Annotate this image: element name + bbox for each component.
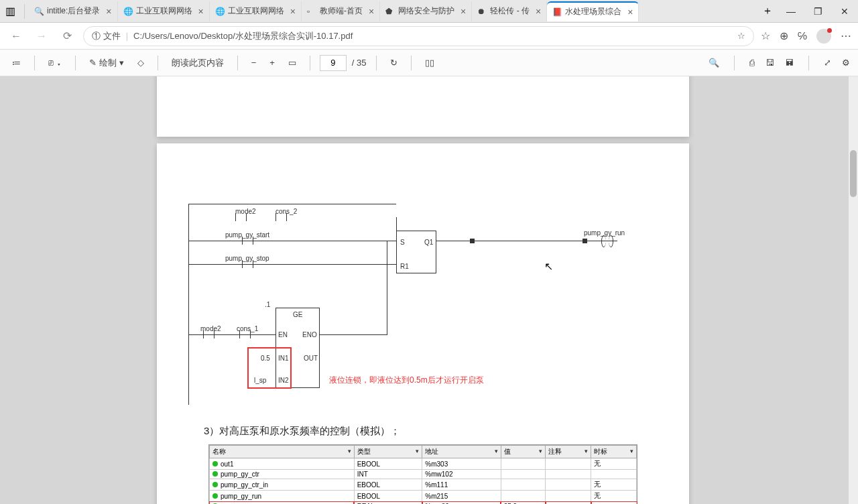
tab-favicon: ⏺ bbox=[477, 7, 487, 16]
tab-label: intitle:后台登录 bbox=[47, 5, 100, 17]
refresh-button[interactable]: ⟳ bbox=[58, 27, 76, 46]
pdf-page-prev bbox=[157, 76, 689, 137]
tab-favicon: ▫ bbox=[307, 7, 316, 16]
browser-tab[interactable]: ⬟网络安全与防护× bbox=[380, 1, 472, 21]
page-number-input[interactable] bbox=[320, 55, 347, 71]
favorites-icon[interactable]: ☆ bbox=[761, 29, 770, 42]
fullscreen-icon[interactable]: ⤢ bbox=[824, 58, 831, 68]
section-heading: 3）对高压泵和原水泵频率的控制（模拟）； bbox=[204, 425, 676, 438]
erase-icon[interactable]: ◇ bbox=[133, 55, 148, 70]
tab-favicon: 🌐 bbox=[123, 7, 133, 16]
table-row[interactable]: pump_gy_runEBOOL%m215无 bbox=[210, 491, 637, 502]
tab-close-icon[interactable]: × bbox=[198, 6, 204, 17]
tab-close-icon[interactable]: × bbox=[536, 6, 541, 17]
table-row[interactable]: pump_gy_ctrINT%mw102 bbox=[210, 470, 637, 479]
collections-icon[interactable]: ⊕ bbox=[780, 29, 788, 42]
tab-favicon: 📕 bbox=[552, 7, 562, 17]
variable-table: 名称▾类型▾地址▾值▾注释▾时标▾ out1EBOOL%m303无pump_gy… bbox=[208, 444, 637, 504]
table-row[interactable]: pump_gy_spREAL%mw8625.0 bbox=[210, 502, 637, 505]
tab-close-icon[interactable]: × bbox=[369, 6, 374, 17]
browser-tab[interactable]: 🌐工业互联网网络× bbox=[118, 1, 210, 21]
zoom-in-button[interactable]: + bbox=[265, 55, 279, 70]
fit-icon[interactable]: ▭ bbox=[284, 55, 300, 70]
browser-tab[interactable]: 🌐工业互联网网络× bbox=[210, 1, 302, 21]
forward-button: → bbox=[32, 27, 51, 46]
tab-label: 水处理场景综合 bbox=[565, 6, 621, 17]
table-row[interactable]: pump_gy_ctr_inEBOOL%m111无 bbox=[210, 479, 637, 491]
scrollbar-thumb[interactable] bbox=[850, 150, 857, 197]
tab-label: 工业互联网网络 bbox=[136, 5, 192, 17]
ladder-diagram: mode2 cons_2 pump_gy_start pump_gy_stop … bbox=[188, 204, 658, 412]
settings-icon[interactable]: ⚙ bbox=[842, 58, 850, 68]
tab-label: 教师端-首页 bbox=[320, 5, 363, 17]
tab-close-icon[interactable]: × bbox=[290, 6, 296, 17]
search-icon[interactable]: 🔍 bbox=[709, 58, 719, 68]
rotate-icon[interactable]: ↻ bbox=[386, 55, 402, 70]
tab-label: 轻松传 - 传 bbox=[490, 5, 530, 17]
maximize-button[interactable]: ❐ bbox=[804, 0, 831, 23]
pdf-page: mode2 cons_2 pump_gy_start pump_gy_stop … bbox=[157, 143, 689, 504]
menu-icon[interactable]: ⋯ bbox=[841, 29, 851, 42]
table-header[interactable]: 类型▾ bbox=[354, 446, 422, 458]
contents-icon[interactable]: ≔ bbox=[8, 55, 25, 70]
highlight-icon[interactable]: ⎚ ▾ bbox=[44, 55, 66, 70]
window-controls: — ❐ ✕ bbox=[778, 0, 858, 23]
browser-tab[interactable]: ▫教师端-首页× bbox=[302, 1, 380, 21]
highlight-box bbox=[247, 347, 292, 389]
table-row[interactable]: out1EBOOL%m303无 bbox=[210, 458, 637, 470]
tab-label: 网络安全与防护 bbox=[398, 5, 454, 17]
table-header[interactable]: 注释▾ bbox=[546, 446, 591, 458]
tab-actions-icon[interactable]: ▥ bbox=[3, 4, 17, 19]
pdf-toolbar: ≔ ⎚ ▾ ✎ 绘制 ▾ ◇ 朗读此页内容 − + ▭ / 35 ↻ ▯▯ 🔍 … bbox=[0, 50, 858, 76]
new-tab-button[interactable]: ＋ bbox=[760, 4, 775, 19]
table-header[interactable]: 值▾ bbox=[501, 446, 546, 458]
table-header[interactable]: 名称▾ bbox=[210, 446, 355, 458]
browser-tab[interactable]: 🔍intitle:后台登录× bbox=[29, 1, 118, 21]
minimize-button[interactable]: — bbox=[778, 0, 804, 23]
extensions-icon[interactable]: ℅ bbox=[798, 30, 807, 42]
print-icon[interactable]: ⎙ bbox=[749, 58, 755, 68]
tab-close-icon[interactable]: × bbox=[461, 6, 466, 17]
diagram-note: 液位连锁，即液位达到0.5m后才运行开启泵 bbox=[329, 375, 484, 386]
back-button[interactable]: ← bbox=[7, 27, 25, 46]
tab-label: 工业互联网网络 bbox=[228, 5, 284, 17]
profile-avatar[interactable] bbox=[816, 29, 831, 44]
close-window-button[interactable]: ✕ bbox=[831, 0, 858, 23]
read-aloud-button[interactable]: 朗读此页内容 bbox=[168, 54, 228, 72]
browser-tab[interactable]: ⏺轻松传 - 传× bbox=[472, 1, 547, 21]
zoom-out-button[interactable]: − bbox=[247, 55, 261, 70]
draw-button[interactable]: ✎ 绘制 ▾ bbox=[85, 54, 128, 72]
save-as-icon[interactable]: 🖬 bbox=[785, 58, 794, 68]
tab-close-icon[interactable]: × bbox=[627, 7, 633, 17]
titlebar: ▥ 🔍intitle:后台登录×🌐工业互联网网络×🌐工业互联网网络×▫教师端-首… bbox=[0, 0, 858, 23]
url-path: C:/Users/Lenovo/Desktop/水处理场景综合实训-10.17.… bbox=[133, 30, 353, 42]
save-icon[interactable]: 🖫 bbox=[765, 58, 774, 68]
page-view-icon[interactable]: ▯▯ bbox=[421, 55, 438, 70]
tab-favicon: 🔍 bbox=[34, 7, 44, 16]
tab-close-icon[interactable]: × bbox=[106, 6, 111, 17]
pdf-viewer[interactable]: mode2 cons_2 pump_gy_start pump_gy_stop … bbox=[0, 76, 858, 504]
url-box[interactable]: ① 文件 | C:/Users/Lenovo/Desktop/水处理场景综合实训… bbox=[83, 26, 754, 46]
url-prefix: ① 文件 bbox=[92, 30, 121, 42]
tab-strip: 🔍intitle:后台登录×🌐工业互联网网络×🌐工业互联网网络×▫教师端-首页×… bbox=[29, 0, 757, 23]
tab-favicon: ⬟ bbox=[385, 7, 395, 16]
browser-tab[interactable]: 📕水处理场景综合× bbox=[547, 1, 639, 21]
page-total: / 35 bbox=[352, 58, 367, 68]
table-header[interactable]: 地址▾ bbox=[422, 446, 501, 458]
address-bar: ← → ⟳ ① 文件 | C:/Users/Lenovo/Desktop/水处理… bbox=[0, 23, 858, 50]
star-icon[interactable]: ☆ bbox=[737, 31, 745, 41]
scrollbar[interactable] bbox=[849, 76, 858, 504]
table-header[interactable]: 时标▾ bbox=[591, 446, 637, 458]
tab-favicon: 🌐 bbox=[215, 7, 225, 16]
